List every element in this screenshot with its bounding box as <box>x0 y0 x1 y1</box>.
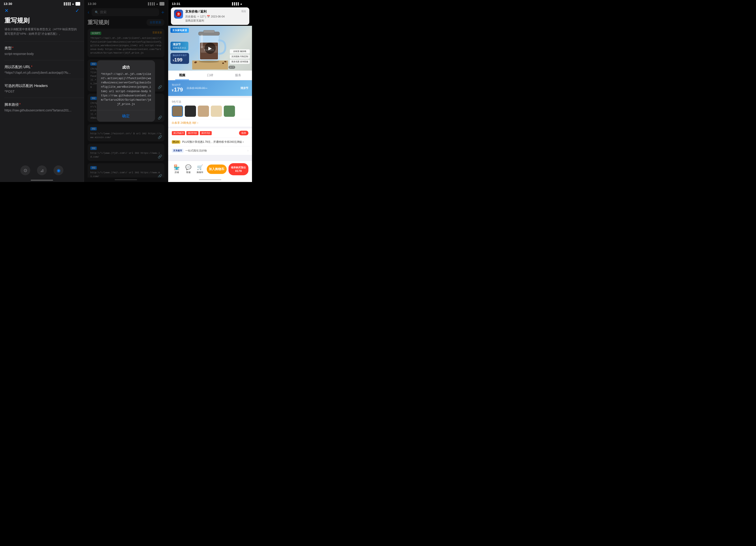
left-status-icons: ▐▐▐▐ ▲ 96 <box>63 2 80 6</box>
jd-banner-detail: 历史最低 ⇒ 127 | 📅 2023-06-04 该商品暂无返利 <box>185 15 239 23</box>
field-headers: 可选的用以匹配的 Headers ^POST <box>0 84 84 98</box>
svg-rect-6 <box>203 30 215 33</box>
festival-badge: 清凉节 直降低至冰点 <box>170 42 188 50</box>
jd-store-arrow-icon: › <box>248 149 248 152</box>
tab-reputation[interactable]: 口碑 <box>196 71 224 80</box>
confirm-button[interactable]: ✓ <box>75 8 79 14</box>
side-tags: 好材质 畅快喝 支持团购 印制定制 更多优惠 咨询客服 <box>230 49 250 64</box>
battery-badge: 96 <box>75 2 80 6</box>
right-home-indicator <box>168 177 252 182</box>
no-rebate-label: 该商品暂无返利 <box>185 19 204 22</box>
image-counter: 1 / 7 <box>228 66 235 69</box>
price-badge-label: 预估到手不高于 <box>173 54 187 57</box>
product-tabs: 视频 口碑 服务 <box>168 71 252 80</box>
field-script: 脚本路径* https://raw.githubusercontent.com/… <box>0 102 84 116</box>
right-time: 13:31 <box>172 2 180 6</box>
jd-banner-title: 京东价格 / 返利 <box>185 10 239 14</box>
field-type-value[interactable]: script-response-body <box>4 52 79 56</box>
plus-badge: PLUS <box>172 140 181 144</box>
coupon-button[interactable]: 领券 <box>239 131 248 135</box>
jd-logo-icon: 京 <box>175 11 182 17</box>
plus-row[interactable]: PLUS PLUS预计享优惠1.79元，开通特权卡得240元津贴 › <box>168 138 252 146</box>
left-panel: 13:30 ▐▐▐▐ ▲ 96 ✕ ✓ 重写规则 请在示例配置中查看重写各类型含… <box>0 0 84 182</box>
store-button[interactable]: 🏪 店铺 <box>172 164 182 174</box>
tab-filter[interactable]: ⊿ <box>37 165 47 175</box>
cart-label: 购物车 <box>197 171 203 174</box>
modal-overlay: 成功 ^https?://api\.m\.jd\.com/(client\.ac… <box>84 0 168 182</box>
add-to-cart-button[interactable]: 加入购物车 <box>207 164 227 174</box>
cart-icon: 🛒 <box>197 164 203 170</box>
jd-banner-time: 现在 <box>241 10 246 13</box>
installment-row[interactable]: 白条享 24期免息 8折 › <box>168 119 252 127</box>
color-option-3[interactable] <box>211 106 222 117</box>
est-prefix-label: 预估到手 <box>172 83 183 86</box>
tab-edit[interactable]: ◉ <box>54 165 63 175</box>
service-icon: 💬 <box>185 164 191 170</box>
jd-banner-content: 京东价格 / 返利 历史最低 ⇒ 127 | 📅 2023-06-04 该商品暂… <box>185 10 239 23</box>
side-tag-1: 好材质 畅快喝 <box>230 49 250 54</box>
left-time: 13:30 <box>4 2 12 6</box>
right-signal-icon: ▐▐▐▐ <box>231 2 239 5</box>
left-nav: ✕ ✓ <box>0 6 84 16</box>
tab-service[interactable]: 服务 <box>224 71 252 80</box>
buy-now-button[interactable]: 领券购买预估 ¥179 <box>228 163 248 175</box>
home-indicator <box>31 180 53 181</box>
promo-section: 满129减20 满2件9折 满3件8折 领券 <box>168 128 252 138</box>
est-yen-symbol: ¥ <box>172 88 174 92</box>
svg-point-10 <box>199 60 219 63</box>
festival-label: 清凉节 <box>173 43 186 46</box>
service-label: 客服 <box>186 171 191 174</box>
page-description: 请在示例配置中查看重写各类型含义（HTTP 响应类型的重写需开启"VPN - 始… <box>0 27 84 41</box>
play-button[interactable]: ▶ <box>205 43 216 54</box>
color-option-4[interactable] <box>224 106 235 117</box>
field-headers-value[interactable]: ^POST <box>4 90 79 93</box>
signal-icon: ▐▐▐▐ <box>63 2 71 5</box>
cart-button[interactable]: 🛒 购物车 <box>195 164 205 174</box>
buy-now-line2: ¥179 <box>228 169 248 172</box>
festival-name: 清凉节 <box>240 86 248 90</box>
installment-text: 白条享 24期免息 8折 › <box>172 121 198 124</box>
color-options <box>172 106 248 117</box>
modal-confirm-button[interactable]: 确定 <box>97 110 155 122</box>
close-button[interactable]: ✕ <box>4 8 9 14</box>
color-section: 9色可选 <box>168 98 252 119</box>
product-body: 视频 口碑 服务 预估到手 ¥ 179 京东价 ¥199.00＞ 清凉节 9色可… <box>168 71 252 161</box>
field-type: 类型* script-response-body <box>0 46 84 60</box>
svg-rect-9 <box>201 35 203 48</box>
right-battery-badge: 96 <box>244 2 248 6</box>
promo-badge-3: 满3件8折 <box>200 131 212 135</box>
jd-store-row[interactable]: 京东超市 一站式囤生活好物 › <box>168 146 252 155</box>
est-price-amount: 179 <box>174 86 183 93</box>
color-label: 9色可选 <box>172 100 248 104</box>
buy-now-line1: 领券购买预估 <box>228 166 248 169</box>
field-script-label: 脚本路径* <box>4 102 79 107</box>
color-option-0[interactable] <box>172 106 183 117</box>
direct-discount-label: 直降低至冰点 <box>173 46 186 50</box>
promo-badge-1: 满129减20 <box>172 131 185 135</box>
right-panel: 13:31 ▐▐▐▐ ▲ 96 京 京东价格 / 返利 历史最低 ⇒ 127 |… <box>168 0 252 182</box>
jd-store-badge: 京东超市 <box>172 149 183 153</box>
store-icon: 🏪 <box>174 164 180 170</box>
jd-notification-banner[interactable]: 京 京东价格 / 返利 历史最低 ⇒ 127 | 📅 2023-06-04 该商… <box>171 7 249 25</box>
tab-video[interactable]: 视频 <box>168 71 196 80</box>
action-bar: 🏪 店铺 💬 客服 🛒 购物车 加入购物车 领券购买预估 ¥179 <box>168 161 252 177</box>
wifi-icon: ▲ <box>72 2 74 5</box>
price-badge: 预估到手不高于 ¥199 <box>170 53 189 64</box>
color-option-1[interactable] <box>185 106 196 117</box>
field-headers-label: 可选的用以匹配的 Headers <box>4 84 79 88</box>
service-button[interactable]: 💬 客服 <box>183 164 193 174</box>
field-url-value[interactable]: ^https?://api\.m\.jd\.com/(client\.actio… <box>4 71 79 74</box>
tab-home[interactable]: ⊙ <box>20 165 30 175</box>
jd-app-icon: 京 <box>174 10 183 19</box>
field-script-value[interactable]: https://raw.githubusercontent.com/Tartar… <box>4 108 79 112</box>
field-divider-4 <box>4 98 84 98</box>
jd-store-text: 一站式囤生活好物 <box>185 149 207 153</box>
mid-panel: 13:30 ▐▐▐▐ ▲ 96 ‹ 🔍 搜索 + 重写规则 全部更新 SCRIP… <box>84 0 168 182</box>
page-title: 重写规则 <box>0 16 84 27</box>
svg-text:京: 京 <box>177 12 180 16</box>
color-option-2[interactable] <box>198 106 209 117</box>
right-status-icons: ▐▐▐▐ ▲ 96 <box>231 2 248 6</box>
estimated-price: ¥ 179 <box>172 86 183 93</box>
price-display: ¥199 <box>173 57 187 63</box>
field-url: 用以匹配的 URL* ^https?://api\.m\.jd\.com/(cl… <box>0 65 84 79</box>
